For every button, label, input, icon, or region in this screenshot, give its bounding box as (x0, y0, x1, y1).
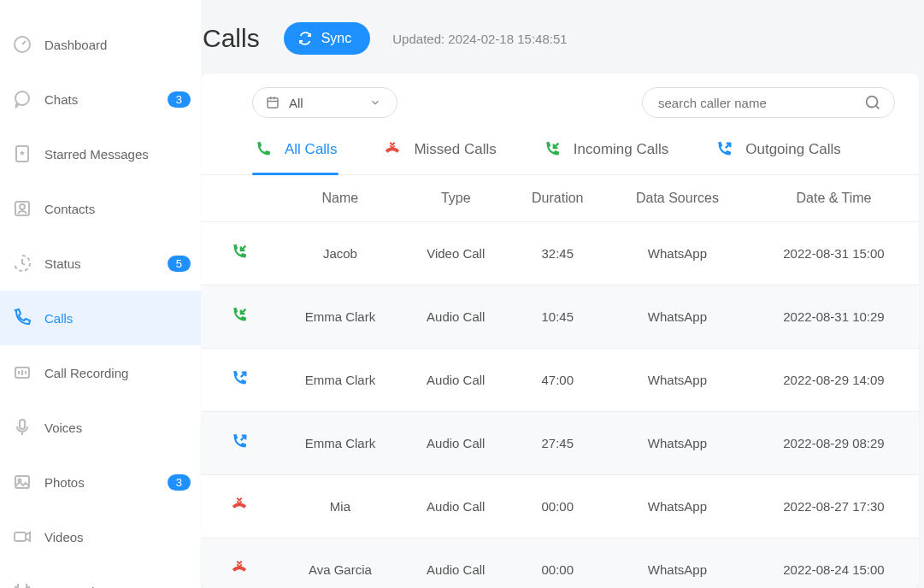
cell-type: Audio Call (403, 538, 509, 589)
col-type: Type (403, 175, 509, 222)
cell-source: WhatsApp (606, 475, 749, 538)
search-box[interactable] (642, 87, 895, 118)
sidebar-item-label: Voices (44, 420, 191, 435)
phone-outgoing-icon (715, 140, 733, 159)
sidebar-item-calls[interactable]: Calls (0, 291, 201, 345)
dashboard-icon (12, 34, 32, 55)
call-direction-missed-icon (230, 559, 249, 578)
sidebar-item-label: Starred Messages (44, 147, 191, 162)
svg-point-4 (20, 204, 25, 209)
table-row[interactable]: Emma ClarkAudio Call27:45WhatsApp2022-08… (201, 412, 919, 475)
svg-rect-7 (15, 476, 29, 488)
badge: 5 (168, 256, 191, 272)
cell-type: Audio Call (403, 285, 509, 349)
phone-icon (12, 308, 32, 328)
sidebar: Dashboard Chats 3 Starred Messages Conta… (0, 0, 201, 588)
sidebar-item-recording[interactable]: Call Recording (0, 345, 201, 400)
col-name: Name (278, 175, 403, 222)
phone-missed-icon (383, 140, 402, 159)
sidebar-item-voices[interactable]: Voices (0, 400, 201, 455)
sidebar-item-screenshots[interactable]: Screenshots (0, 564, 201, 588)
sidebar-item-label: Chats (44, 92, 168, 107)
sidebar-item-label: Calls (44, 311, 191, 326)
sidebar-item-photos[interactable]: Photos 3 (0, 455, 201, 509)
page-title: Calls (203, 24, 260, 53)
table-row[interactable]: MiaAudio Call00:00WhatsApp2022-08-27 17:… (201, 475, 919, 538)
sidebar-item-status[interactable]: Status 5 (0, 236, 201, 291)
badge: 3 (168, 474, 191, 491)
table-row[interactable]: JacobVideo Call32:45WhatsApp2022-08-31 1… (201, 222, 919, 285)
chat-icon (12, 89, 32, 109)
col-datetime: Date & Time (749, 175, 919, 222)
sidebar-item-starred[interactable]: Starred Messages (0, 126, 201, 181)
sidebar-item-videos[interactable]: Videos (0, 509, 201, 564)
sidebar-item-contacts[interactable]: Contacts (0, 181, 201, 236)
svg-rect-10 (268, 98, 278, 108)
sidebar-item-label: Dashboard (44, 38, 191, 52)
cell-duration: 00:00 (509, 475, 606, 538)
sync-button[interactable]: Sync (284, 22, 371, 55)
svg-point-11 (867, 97, 878, 108)
tab-label: Missed Calls (414, 141, 496, 158)
tab-label: Incoming Calls (574, 141, 669, 158)
sidebar-item-label: Call Recording (44, 366, 191, 380)
cell-datetime: 2022-08-31 15:00 (749, 222, 919, 285)
cell-name: Ava Garcia (278, 538, 403, 589)
sidebar-item-chats[interactable]: Chats 3 (0, 72, 201, 126)
table-row[interactable]: Emma ClarkAudio Call10:45WhatsApp2022-08… (201, 285, 919, 349)
svg-rect-6 (20, 420, 25, 429)
sidebar-item-label: Photos (44, 475, 168, 490)
video-icon (12, 526, 32, 547)
call-direction-incoming-icon (230, 243, 249, 262)
tab-missed-calls[interactable]: Missed Calls (381, 128, 497, 174)
header: Calls Sync Updated: 2024-02-18 15:48:51 (201, 22, 924, 55)
cell-datetime: 2022-08-29 14:09 (749, 349, 919, 412)
cell-datetime: 2022-08-27 17:30 (749, 475, 919, 538)
cell-datetime: 2022-08-31 10:29 (749, 285, 919, 349)
tab-all-calls[interactable]: All Calls (252, 128, 338, 174)
search-input[interactable] (658, 96, 863, 110)
svg-rect-9 (15, 532, 26, 541)
cell-duration: 32:45 (509, 222, 606, 285)
tab-label: All Calls (285, 141, 337, 158)
col-source: Data Sources (606, 175, 749, 222)
sidebar-item-label: Contacts (44, 202, 191, 216)
mic-icon (12, 417, 32, 438)
cell-source: WhatsApp (606, 222, 749, 285)
cell-source: WhatsApp (606, 349, 749, 412)
cell-name: Jacob (278, 222, 403, 285)
main-content: Calls Sync Updated: 2024-02-18 15:48:51 … (201, 0, 924, 588)
phone-incoming-icon (543, 140, 562, 159)
screenshot-icon (12, 581, 32, 588)
sidebar-item-label: Videos (44, 530, 191, 544)
cell-datetime: 2022-08-24 15:00 (749, 538, 919, 589)
col-duration: Duration (509, 175, 606, 222)
cell-name: Emma Clark (278, 285, 403, 349)
call-direction-outgoing-icon (230, 369, 249, 388)
cell-source: WhatsApp (606, 412, 749, 475)
call-direction-incoming-icon (230, 306, 249, 325)
calls-panel: All All Calls Missed Calls Incoming Call… (201, 74, 919, 588)
tab-outgoing-calls[interactable]: Outgoing Calls (713, 128, 843, 174)
cell-name: Emma Clark (278, 349, 403, 412)
sync-icon (297, 31, 313, 46)
table-row[interactable]: Emma ClarkAudio Call47:00WhatsApp2022-08… (201, 349, 919, 412)
sync-label: Sync (321, 31, 352, 46)
recording-icon (12, 362, 32, 383)
cell-duration: 00:00 (509, 538, 606, 589)
cell-type: Video Call (403, 222, 509, 285)
cell-datetime: 2022-08-29 08:29 (749, 412, 919, 475)
tab-label: Outgoing Calls (745, 141, 841, 158)
table-row[interactable]: Ava GarciaAudio Call00:00WhatsApp2022-08… (201, 538, 919, 589)
phone-all-icon (254, 140, 273, 159)
cell-source: WhatsApp (606, 285, 749, 349)
status-icon (12, 253, 32, 273)
call-direction-outgoing-icon (230, 432, 249, 451)
sidebar-item-label: Screenshots (44, 585, 191, 589)
tab-incoming-calls[interactable]: Incoming Calls (541, 128, 671, 174)
star-icon (12, 144, 32, 164)
calls-table: Name Type Duration Data Sources Date & T… (201, 175, 919, 588)
sidebar-item-dashboard[interactable]: Dashboard (0, 17, 201, 72)
panel-controls: All (201, 74, 919, 126)
source-filter-dropdown[interactable]: All (252, 87, 397, 118)
